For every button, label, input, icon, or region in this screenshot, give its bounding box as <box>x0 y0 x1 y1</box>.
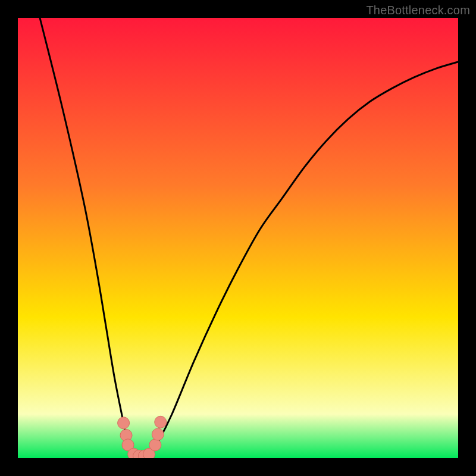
chart-plot-area <box>18 18 458 458</box>
data-marker <box>118 417 130 429</box>
data-marker <box>149 439 161 451</box>
watermark-text: TheBottleneck.com <box>366 4 470 17</box>
bottleneck-chart-svg <box>18 18 458 458</box>
data-marker <box>152 428 164 440</box>
gradient-background <box>18 18 458 458</box>
data-marker <box>155 416 167 428</box>
